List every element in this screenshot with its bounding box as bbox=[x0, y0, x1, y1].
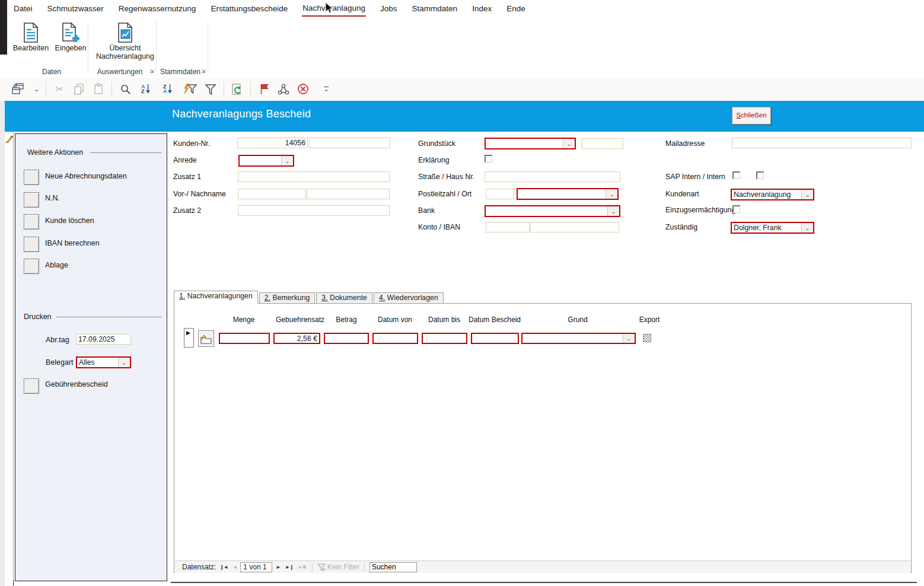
menu-item-erstattungsbescheide[interactable]: Erstattungsbescheide bbox=[210, 2, 288, 16]
sort-ascending-icon[interactable]: AZ bbox=[138, 82, 154, 95]
einzugsermaechtigung-checkbox[interactable] bbox=[732, 205, 740, 213]
mailadresse-input[interactable] bbox=[732, 138, 912, 148]
filter-by-selection-icon[interactable] bbox=[182, 82, 197, 95]
chevron-down-icon: ⌄ bbox=[801, 190, 813, 199]
vorname-input[interactable] bbox=[238, 189, 306, 199]
tab-nachveranlagungen[interactable]: 1. Nachveranlagungen bbox=[174, 291, 258, 304]
cancel-icon[interactable] bbox=[297, 82, 310, 95]
belegart-dropdown[interactable]: Alles ⌄ bbox=[76, 356, 131, 368]
tab-wiedervorlagen[interactable]: 4. Wiedervorlagen bbox=[374, 292, 444, 304]
datum-bis-input[interactable] bbox=[422, 333, 467, 344]
zusatz1-label: Zusatz 1 bbox=[173, 173, 201, 181]
last-record-button[interactable]: ►❙ bbox=[284, 564, 295, 570]
zusatz2-input[interactable] bbox=[238, 205, 390, 216]
grid-row-selector[interactable]: ▶ bbox=[184, 328, 194, 348]
flag-icon[interactable] bbox=[257, 82, 270, 95]
neue-abrechnungsdaten-button[interactable] bbox=[24, 170, 39, 185]
kunden-nr-zusatz-input[interactable] bbox=[309, 138, 390, 148]
nachname-input[interactable] bbox=[307, 189, 390, 199]
grundstueck-label: Grundstück bbox=[418, 139, 455, 148]
menu-item-jobs[interactable]: Jobs bbox=[380, 2, 398, 16]
betrag-input[interactable] bbox=[324, 333, 369, 344]
menu-item-datei[interactable]: Datei bbox=[13, 2, 33, 16]
iban-berechnen-button[interactable] bbox=[24, 237, 39, 252]
ablage-row-button[interactable] bbox=[198, 330, 214, 347]
ort-dropdown[interactable]: ⌄ bbox=[517, 188, 619, 200]
plz-input[interactable] bbox=[486, 189, 514, 199]
datum-bescheid-input[interactable] bbox=[471, 333, 519, 344]
datum-von-input[interactable] bbox=[372, 333, 418, 344]
vor-nachname-label: Vor-/ Nachname bbox=[173, 190, 226, 198]
menu-item-schmutzwasser[interactable]: Schmutzwasser bbox=[47, 2, 104, 16]
nn-button[interactable] bbox=[24, 192, 39, 208]
menu-item-ende[interactable]: Ende bbox=[506, 2, 526, 16]
cut-icon[interactable]: ✂ bbox=[53, 82, 66, 95]
menu-item-index[interactable]: Index bbox=[471, 2, 492, 16]
kein-filter-indicator[interactable]: Kein Filter bbox=[317, 563, 359, 571]
ablage-button[interactable] bbox=[24, 259, 39, 274]
bank-dropdown[interactable]: ⌄ bbox=[485, 205, 620, 217]
dialog-launcher-icon[interactable]: ⇲ bbox=[201, 68, 208, 75]
abrtag-label: Abr.tag bbox=[46, 336, 69, 344]
next-record-button[interactable]: ► bbox=[275, 564, 281, 570]
sap-intern-checkbox-1[interactable] bbox=[732, 171, 740, 179]
new-record-button[interactable]: ►✱ bbox=[297, 564, 307, 570]
zustaendig-dropdown[interactable]: Dolgner, Frank ⌄ bbox=[731, 222, 814, 234]
heading-rule bbox=[90, 152, 161, 153]
uebersicht-nachveranlagung-button[interactable]: Übersicht Nachveranlagung bbox=[90, 23, 160, 60]
grundstueck-dropdown[interactable]: ⌄ bbox=[485, 138, 576, 149]
gebuehrenbescheid-label: Gebührenbescheid bbox=[45, 380, 108, 388]
paste-icon[interactable] bbox=[92, 82, 105, 95]
first-record-button[interactable]: ❙◄ bbox=[218, 564, 229, 570]
relationships-icon[interactable] bbox=[277, 82, 290, 95]
grund-dropdown[interactable]: ⌄ bbox=[521, 333, 636, 344]
export-checkbox[interactable] bbox=[643, 334, 651, 342]
gebuehrensatz-input[interactable]: 2,56 € bbox=[273, 333, 320, 344]
neue-abrechnungsdaten-label: Neue Abrechnungsdaten bbox=[45, 172, 127, 180]
tab-bemerkung[interactable]: 2. Bemerkung bbox=[259, 292, 316, 304]
view-switch-icon[interactable] bbox=[9, 82, 27, 95]
find-icon[interactable] bbox=[119, 82, 132, 95]
kunden-nr-input[interactable]: 14056 bbox=[237, 138, 308, 148]
ribbon: Bearbeiten Eingeben Übersicht Nachveranl… bbox=[7, 18, 924, 78]
search-input[interactable] bbox=[369, 562, 417, 572]
navigator-separator bbox=[312, 563, 313, 571]
menu-item-stammdaten[interactable]: Stammdaten bbox=[412, 2, 458, 16]
menu-item-nachveranlagung[interactable]: Nachveranlagung bbox=[302, 1, 366, 17]
chevron-down-icon: ⌄ bbox=[607, 206, 619, 216]
strasse-label: Straße / Haus Nr. bbox=[418, 173, 474, 181]
grundstueck-nr-input[interactable] bbox=[582, 138, 623, 149]
schliessen-button[interactable]: Schließen bbox=[732, 107, 771, 125]
toolbar-overflow-icon[interactable]: ⌄ bbox=[320, 82, 333, 95]
filter-icon[interactable] bbox=[204, 82, 217, 95]
menu-item-regenwassernutzung[interactable]: Regenwassernutzung bbox=[118, 2, 197, 16]
chevron-down-icon: ⌄ bbox=[801, 223, 813, 233]
view-dropdown-caret-icon[interactable]: ⌄ bbox=[34, 85, 39, 93]
zusatz1-input[interactable] bbox=[238, 171, 390, 182]
ribbon-group-stammdaten: Stammdaten bbox=[159, 68, 202, 76]
previous-record-button[interactable]: ◄ bbox=[231, 564, 238, 570]
kunde-loeschen-button[interactable] bbox=[24, 214, 39, 230]
sap-intern-checkbox-2[interactable] bbox=[756, 171, 764, 179]
tab-dokumente[interactable]: 3. Dokumente bbox=[316, 292, 372, 304]
konto-input[interactable] bbox=[486, 222, 530, 233]
anrede-dropdown[interactable]: ⌄ bbox=[238, 155, 294, 167]
copy-icon[interactable] bbox=[72, 82, 85, 95]
drucken-heading: Drucken bbox=[24, 313, 52, 321]
eingeben-button[interactable]: Eingeben bbox=[52, 23, 89, 52]
dialog-launcher-icon[interactable]: ⇲ bbox=[149, 68, 157, 75]
record-position: 1 von 1 bbox=[240, 562, 272, 572]
sort-descending-icon[interactable]: ZA bbox=[160, 82, 176, 95]
belegart-label: Belegart bbox=[46, 358, 74, 367]
kundenart-dropdown[interactable]: Nachveranlagung ⌄ bbox=[731, 189, 814, 200]
refresh-all-icon[interactable] bbox=[231, 82, 244, 95]
subform-bottom-edge bbox=[171, 582, 917, 583]
bearbeiten-button[interactable]: Bearbeiten bbox=[12, 23, 50, 52]
strasse-input[interactable] bbox=[485, 171, 620, 182]
form-edge-tick bbox=[13, 580, 14, 586]
menge-input[interactable] bbox=[219, 333, 270, 344]
iban-input[interactable] bbox=[530, 222, 619, 233]
erklaerung-checkbox[interactable] bbox=[485, 155, 492, 163]
abrtag-input[interactable]: 17.09.2025 bbox=[76, 334, 131, 345]
gebuehrenbescheid-button[interactable] bbox=[24, 378, 39, 394]
